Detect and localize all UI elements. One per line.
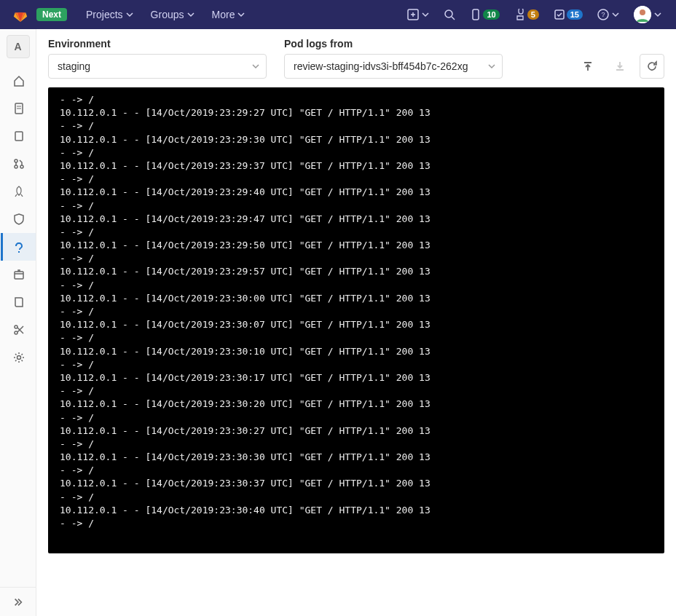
sidebar-item-repository[interactable] — [1, 95, 36, 122]
search-icon — [444, 9, 455, 20]
sidebar-item-security[interactable] — [1, 205, 36, 233]
todos-counter[interactable]: 15 — [551, 6, 586, 23]
sidebar-item-settings[interactable] — [1, 344, 36, 371]
issues-counter[interactable]: 5 — [511, 6, 542, 23]
scroll-to-top-button[interactable] — [575, 54, 600, 79]
log-line: 10.112.0.1 - - [14/Oct/2019:23:29:37 UTC… — [60, 159, 653, 173]
book-icon — [13, 296, 25, 308]
chevron-down-icon — [126, 11, 133, 18]
log-line: - -> / — [60, 119, 653, 133]
help-icon: ? — [597, 9, 609, 20]
log-line: - -> / — [60, 384, 653, 398]
pipelines-counter[interactable]: 10 — [467, 6, 502, 23]
log-line: - -> / — [60, 491, 653, 504]
log-line: 10.112.0.1 - - [14/Oct/2019:23:30:10 UTC… — [60, 345, 653, 358]
scroll-top-icon — [582, 60, 594, 72]
sidebar-item-packages[interactable] — [1, 261, 36, 288]
next-badge[interactable]: Next — [36, 8, 67, 21]
main-content: Environment staging Pod logs from review… — [36, 29, 676, 616]
svg-point-7 — [640, 9, 645, 15]
create-new-button[interactable] — [404, 6, 432, 23]
log-line: - -> / — [60, 252, 653, 265]
svg-rect-13 — [15, 272, 23, 279]
svg-point-14 — [15, 325, 17, 328]
svg-text:?: ? — [601, 11, 605, 18]
chevron-down-icon — [654, 11, 661, 18]
log-line: 10.112.0.1 - - [14/Oct/2019:23:30:07 UTC… — [60, 318, 653, 331]
log-actions — [575, 54, 664, 79]
doc-icon — [13, 103, 25, 114]
gear-icon — [13, 352, 25, 363]
log-line: - -> / — [60, 200, 653, 213]
help-button[interactable]: ? — [594, 6, 622, 23]
log-line: - -> / — [60, 517, 653, 530]
chevron-down-icon — [187, 11, 194, 18]
gitlab-logo-icon[interactable] — [12, 6, 29, 23]
log-line: - -> / — [60, 173, 653, 186]
log-line: - -> / — [60, 93, 653, 106]
log-controls: Environment staging Pod logs from review… — [48, 29, 664, 87]
log-line: 10.112.0.1 - - [14/Oct/2019:23:29:57 UTC… — [60, 265, 653, 278]
chevron-down-icon — [237, 11, 245, 18]
nav-secondary: 10 5 15 ? — [404, 3, 664, 26]
sidebar-expand-button[interactable] — [0, 587, 36, 616]
scroll-bottom-icon — [614, 60, 626, 72]
nav-groups[interactable]: Groups — [144, 4, 202, 25]
log-line: - -> / — [60, 331, 653, 344]
nav-projects-label: Projects — [86, 9, 123, 20]
log-line: 10.112.0.1 - - [14/Oct/2019:23:30:00 UTC… — [60, 292, 653, 305]
home-icon — [13, 75, 25, 87]
sidebar-item-cicd[interactable] — [1, 178, 36, 205]
log-line: - -> / — [60, 464, 653, 477]
nav-groups-label: Groups — [151, 9, 184, 20]
nav-projects[interactable]: Projects — [79, 4, 141, 25]
log-output[interactable]: - -> /10.112.0.1 - - [14/Oct/2019:23:29:… — [48, 87, 664, 553]
search-button[interactable] — [441, 6, 458, 23]
operations-icon — [13, 241, 25, 253]
scroll-to-bottom-button[interactable] — [608, 54, 632, 79]
log-line: 10.112.0.1 - - [14/Oct/2019:23:29:50 UTC… — [60, 239, 653, 252]
log-line: 10.112.0.1 - - [14/Oct/2019:23:29:27 UTC… — [60, 106, 653, 119]
pod-value: review-staging-idvs3i-bff454b7c-262xg — [294, 60, 468, 72]
nav-primary: Projects Groups More — [79, 4, 252, 25]
user-avatar — [634, 6, 651, 23]
environment-select[interactable]: staging — [48, 54, 267, 79]
merge-request-icon — [13, 158, 25, 170]
log-line: 10.112.0.1 - - [14/Oct/2019:23:29:30 UTC… — [60, 133, 653, 146]
pipelines-count: 10 — [483, 9, 499, 20]
pod-select[interactable]: review-staging-idvs3i-bff454b7c-262xg — [284, 54, 503, 79]
pod-control: Pod logs from review-staging-idvs3i-bff4… — [284, 38, 503, 79]
sidebar-item-overview[interactable] — [1, 67, 36, 95]
log-line: 10.112.0.1 - - [14/Oct/2019:23:29:47 UTC… — [60, 213, 653, 226]
sidebar-item-wiki[interactable] — [1, 288, 36, 316]
sidebar-item-issues[interactable] — [1, 122, 36, 150]
project-avatar[interactable]: A — [7, 35, 30, 58]
svg-point-11 — [15, 165, 17, 168]
log-line: - -> / — [60, 305, 653, 318]
svg-point-12 — [20, 165, 23, 168]
nav-more[interactable]: More — [205, 4, 253, 25]
svg-point-10 — [15, 159, 17, 162]
log-line: - -> / — [60, 411, 653, 425]
project-sidebar: A — [0, 29, 36, 616]
user-menu[interactable] — [631, 3, 664, 26]
log-line: - -> / — [60, 358, 653, 371]
log-line: 10.112.0.1 - - [14/Oct/2019:23:29:40 UTC… — [60, 186, 653, 199]
environment-control: Environment staging — [48, 38, 267, 79]
refresh-icon — [646, 60, 658, 72]
chevron-down-icon — [612, 11, 619, 18]
nav-more-label: More — [212, 9, 235, 20]
log-line: 10.112.0.1 - - [14/Oct/2019:23:30:20 UTC… — [60, 398, 653, 411]
sidebar-item-snippets[interactable] — [1, 316, 36, 344]
chevron-down-icon — [422, 11, 429, 18]
todos-icon — [554, 9, 565, 20]
refresh-button[interactable] — [640, 54, 664, 79]
rocket-icon — [13, 186, 25, 197]
log-line: 10.112.0.1 - - [14/Oct/2019:23:30:27 UTC… — [60, 425, 653, 438]
log-line: 10.112.0.1 - - [14/Oct/2019:23:30:17 UTC… — [60, 371, 653, 384]
top-navbar: Next Projects Groups More 10 5 — [0, 0, 676, 29]
svg-point-1 — [445, 10, 452, 17]
svg-point-16 — [17, 356, 21, 360]
sidebar-item-operations[interactable] — [1, 233, 36, 261]
sidebar-item-merge-requests[interactable] — [1, 150, 36, 178]
